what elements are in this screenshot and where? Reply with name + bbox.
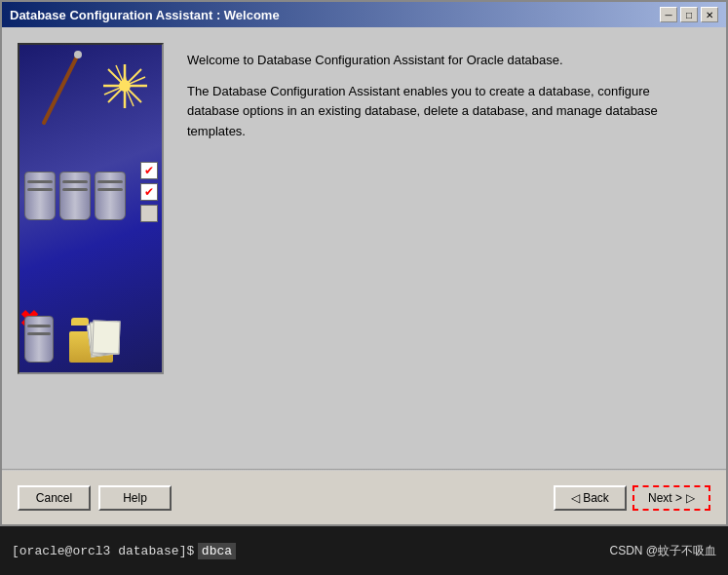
welcome-image-panel: ✔ ✔ ✖	[18, 43, 164, 374]
wand-icon	[24, 50, 93, 137]
x-barrel: ✖	[24, 316, 54, 363]
next-arrow-icon: ▷	[686, 491, 695, 505]
folder-icon	[69, 324, 113, 363]
window-title: Database Configuration Assistant : Welco…	[10, 8, 280, 22]
minimize-button[interactable]: ─	[660, 7, 677, 22]
text-panel: Welcome to Database Configuration Assist…	[179, 43, 710, 453]
sparkle-icon	[98, 59, 152, 116]
right-buttons: ◁ Back Next > ▷	[554, 485, 710, 511]
help-button[interactable]: Help	[98, 485, 172, 511]
bottom-icons: ✖	[24, 316, 113, 363]
description-text: The Database Configuration Assistant ena…	[187, 82, 703, 142]
left-buttons: Cancel Help	[18, 485, 172, 511]
checkbox-1: ✔	[140, 162, 158, 179]
main-window: Database Configuration Assistant : Welco…	[0, 0, 728, 526]
back-button[interactable]: ◁ Back	[554, 485, 627, 511]
button-bar: Cancel Help ◁ Back Next > ▷	[2, 471, 726, 524]
svg-point-1	[74, 51, 82, 58]
title-bar: Database Configuration Assistant : Welco…	[2, 2, 726, 27]
terminal-bar: [oracle@orcl3 database]$ dbca CSDN @蚊子不吸…	[0, 526, 728, 575]
doc-stack	[89, 321, 118, 358]
svg-point-9	[119, 80, 131, 92]
main-content: ✔ ✔ ✖	[2, 27, 726, 469]
barrel-3	[95, 172, 126, 220]
next-label: Next >	[648, 491, 682, 505]
maximize-button[interactable]: □	[680, 7, 698, 22]
back-label: Back	[583, 491, 609, 505]
terminal-command: dbca	[198, 543, 236, 559]
barrel-x	[24, 316, 54, 363]
barrel-2	[59, 172, 91, 220]
content-area: ✔ ✔ ✖	[2, 27, 726, 524]
terminal-prompt-text: [oracle@orcl3 database]$	[12, 544, 194, 558]
svg-line-0	[44, 55, 78, 123]
checkbox-2: ✔	[140, 183, 158, 201]
close-button[interactable]: ✕	[701, 7, 718, 22]
cancel-button[interactable]: Cancel	[18, 485, 91, 511]
checkbox-3	[140, 205, 158, 222]
barrel-1	[24, 172, 56, 220]
doc-page-3	[92, 321, 120, 355]
checkbox-group: ✔ ✔	[140, 162, 158, 222]
watermark-text: CSDN @蚊子不吸血	[609, 543, 716, 559]
window-controls: ─ □ ✕	[660, 7, 718, 22]
barrel-group-top	[24, 172, 126, 220]
terminal-prompt-area: [oracle@orcl3 database]$ dbca	[12, 543, 236, 558]
back-arrow-icon: ◁	[571, 491, 580, 505]
welcome-line1: Welcome to Database Configuration Assist…	[187, 51, 703, 70]
next-button[interactable]: Next > ▷	[632, 485, 710, 511]
